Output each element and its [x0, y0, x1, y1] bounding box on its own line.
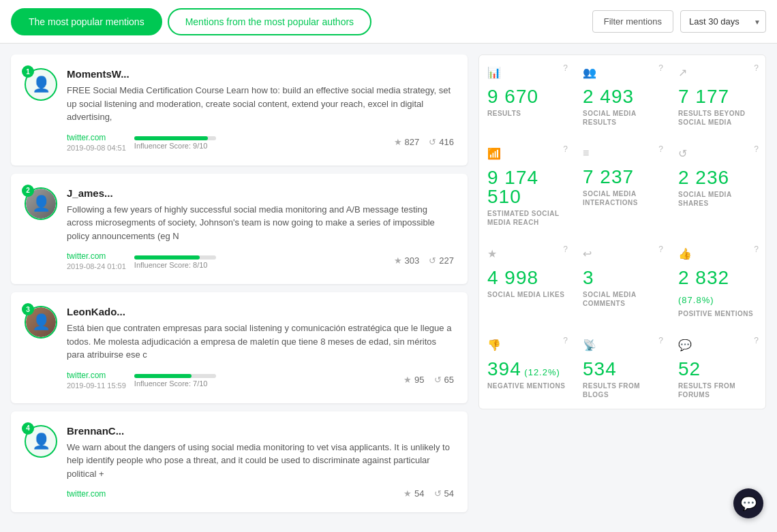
mention-footer: twitter.com 2019-08-24 01:01 Influencer …: [67, 251, 454, 270]
metric-value: 534: [583, 360, 617, 379]
retweet-icon: ↺: [434, 375, 442, 385]
mention-card: 👤 4 BrennanC... We warn about the danger…: [11, 411, 468, 513]
help-icon[interactable]: ?: [754, 63, 759, 73]
metric-icon: 📶: [487, 147, 501, 160]
help-icon[interactable]: ?: [563, 336, 568, 345]
retweet-icon: ↺: [429, 255, 436, 266]
retweets-stat: ↺ 54: [434, 488, 454, 499]
mention-stats: ★ 827 ↺ 416: [394, 137, 454, 147]
mention-body: BrennanC... We warn about the dangers of…: [67, 425, 454, 499]
metric-label: POSITIVE MENTIONS: [678, 309, 753, 318]
mention-source[interactable]: twitter.com: [67, 371, 106, 380]
metric-icon: ★: [487, 247, 497, 260]
mention-text: FREE Social Media Certification Course L…: [67, 84, 454, 124]
mention-username[interactable]: BrennanC...: [67, 425, 454, 437]
retweets-count: 416: [439, 137, 454, 147]
metric-card: 👥 ? 2 493 SOCIAL MEDIA RESULTS: [575, 55, 670, 136]
mention-header: 👤 3 LeonKado... Está bien que contraten …: [25, 306, 454, 390]
tab-popular-mentions[interactable]: The most popular mentions: [11, 8, 162, 35]
stars-count: 827: [405, 137, 420, 147]
mention-username[interactable]: J_ames...: [67, 187, 454, 199]
help-icon[interactable]: ?: [563, 245, 568, 254]
stars-stat: ★ 54: [403, 488, 424, 499]
mention-username[interactable]: MomentsW...: [67, 68, 454, 80]
metric-value: 7 177: [678, 87, 729, 106]
retweets-stat: ↺ 227: [429, 255, 454, 266]
mention-source[interactable]: twitter.com: [67, 251, 106, 261]
tab-popular-authors[interactable]: Mentions from the most popular authors: [168, 8, 371, 35]
help-icon[interactable]: ?: [754, 245, 759, 254]
mention-date: 2019-08-24 01:01: [67, 262, 126, 270]
header-controls: Filter mentions Last 30 daysLast 7 daysL…: [592, 10, 766, 33]
mention-source[interactable]: twitter.com: [67, 489, 106, 499]
metric-icon: 📡: [583, 339, 596, 351]
avatar-wrapper: 👤 2: [25, 187, 57, 220]
stars-stat: ★ 827: [394, 137, 420, 147]
influencer-progress-fill: [134, 255, 200, 260]
metric-card: 👍 ? 2 832 (87.8%) POSITIVE MENTIONS: [670, 236, 765, 328]
stars-count: 95: [414, 375, 424, 385]
metric-icon: 💬: [678, 339, 692, 351]
influencer-progress-bar: [134, 136, 216, 140]
metric-card: ≡ ? 7 237 SOCIAL MEDIA INTERACTIONS: [575, 136, 670, 236]
help-icon[interactable]: ?: [563, 144, 568, 154]
metric-icon: 👎: [487, 339, 501, 351]
metric-icon: ↩: [583, 247, 592, 260]
influencer-score-label: Influencer Score: 7/10: [134, 379, 395, 388]
influencer-progress-bar: [134, 374, 216, 378]
date-range-wrapper: Last 30 daysLast 7 daysLast 24 hoursCust…: [680, 10, 766, 33]
metric-card: 📡 ? 534 RESULTS FROM BLOGS: [575, 328, 670, 409]
help-icon[interactable]: ?: [658, 144, 663, 154]
filter-mentions-button[interactable]: Filter mentions: [592, 10, 673, 33]
help-icon[interactable]: ?: [658, 336, 663, 345]
mention-footer: twitter.com 2019-09-11 15:59 Influencer …: [67, 370, 454, 390]
metric-card: ★ ? 4 998 SOCIAL MEDIA LIKES: [479, 236, 575, 328]
mention-date: 2019-09-08 04:51: [67, 144, 126, 152]
help-icon[interactable]: ?: [658, 63, 663, 73]
metric-label: SOCIAL MEDIA LIKES: [487, 290, 564, 299]
star-icon: ★: [403, 375, 412, 385]
mention-card: 👤 3 LeonKado... Está bien que contraten …: [11, 292, 468, 403]
metric-value: 3: [583, 268, 594, 287]
metric-card: 📊 ? 9 670 RESULTS: [479, 55, 575, 136]
metric-percent: (87.8%): [678, 295, 714, 305]
help-icon[interactable]: ?: [754, 336, 759, 345]
stars-count: 54: [414, 488, 424, 499]
influencer-score-wrapper: Influencer Score: 8/10: [134, 253, 386, 269]
stars-count: 303: [405, 255, 420, 266]
metric-value: 9 174 510: [487, 168, 566, 206]
metric-value: 2 832 (87.8%): [678, 268, 757, 307]
retweets-count: 227: [439, 255, 454, 266]
mention-footer: twitter.com ★ 54 ↺ 54: [67, 488, 454, 499]
metric-icon: ↗: [678, 66, 687, 79]
help-icon[interactable]: ?: [563, 63, 568, 73]
metric-label: SOCIAL MEDIA COMMENTS: [583, 290, 662, 308]
mention-source[interactable]: twitter.com: [67, 133, 106, 142]
retweets-stat: ↺ 65: [434, 375, 454, 385]
star-icon: ★: [403, 488, 412, 499]
mention-source-block: twitter.com 2019-08-24 01:01: [67, 251, 126, 270]
mention-source-block: twitter.com 2019-09-11 15:59: [67, 370, 126, 390]
chat-icon: 💬: [740, 495, 757, 512]
mention-stats: ★ 303 ↺ 227: [394, 255, 454, 266]
metric-label: RESULTS FROM BLOGS: [583, 381, 662, 399]
metric-label: SOCIAL MEDIA RESULTS: [583, 109, 662, 127]
mention-username[interactable]: LeonKado...: [67, 306, 454, 317]
mention-stats: ★ 95 ↺ 65: [403, 375, 454, 385]
date-range-select[interactable]: Last 30 daysLast 7 daysLast 24 hoursCust…: [680, 10, 766, 33]
help-icon[interactable]: ?: [754, 144, 759, 154]
mention-card: 👤 2 J_ames... Following a few years of h…: [11, 174, 468, 285]
influencer-progress-fill: [134, 136, 208, 140]
influencer-score-wrapper: Influencer Score: 7/10: [134, 371, 395, 388]
influencer-score-label: Influencer Score: 8/10: [134, 261, 386, 269]
influencer-progress-fill: [134, 374, 192, 378]
help-icon[interactable]: ?: [658, 245, 663, 254]
metric-card: ↺ ? 2 236 SOCIAL MEDIA SHARES: [670, 136, 765, 236]
metric-value: 394 (12.2%): [487, 360, 560, 379]
rank-badge: 4: [22, 422, 34, 435]
chat-widget[interactable]: 💬: [733, 488, 763, 518]
rank-badge: 3: [22, 303, 34, 315]
stars-stat: ★ 95: [403, 375, 424, 385]
mention-card: 👤 1 MomentsW... FREE Social Media Certif…: [11, 54, 468, 166]
metric-card: 👎 ? 394 (12.2%) NEGATIVE MENTIONS: [479, 328, 575, 409]
